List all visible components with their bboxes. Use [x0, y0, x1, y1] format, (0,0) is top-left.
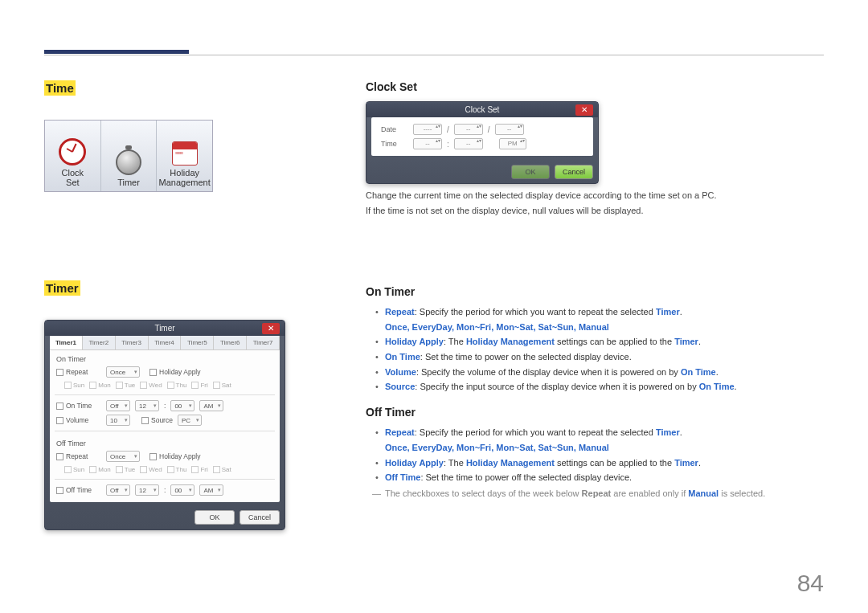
- day-tue: Tue: [125, 382, 136, 389]
- day-mon-cb[interactable]: [89, 382, 96, 389]
- on-time-enable-select[interactable]: Off: [106, 400, 130, 411]
- on-repeat-select[interactable]: Once: [106, 366, 140, 378]
- off-repeat-select[interactable]: Once: [106, 451, 140, 462]
- off-timer-holiday: Holiday Apply: The Holiday Management se…: [385, 456, 824, 471]
- on-holiday-apply: Holiday Apply: [149, 368, 201, 376]
- tile-timer-label: Timer: [117, 178, 140, 187]
- day-tue-cb[interactable]: [116, 382, 123, 389]
- off-day-fri: Fri: [200, 466, 207, 473]
- off-day-tue-cb[interactable]: [116, 466, 123, 473]
- volume-select[interactable]: 10: [106, 415, 130, 426]
- on-time-hour[interactable]: 12: [135, 400, 159, 411]
- on-timer-source: Source: Specify the input source of the …: [385, 379, 824, 394]
- clockset-ok-button[interactable]: OK: [511, 165, 550, 179]
- time-heading: Time: [44, 80, 76, 96]
- source-select[interactable]: PC: [178, 415, 202, 426]
- on-time-min[interactable]: 00: [170, 400, 194, 411]
- day-sun-cb[interactable]: [64, 382, 72, 389]
- repeat-label: Repeat: [66, 368, 101, 376]
- timer-dialog: Timer ✕ Timer1 Timer2 Timer3 Timer4 Time…: [44, 320, 285, 530]
- close-icon[interactable]: ✕: [575, 104, 593, 116]
- off-day-sat-cb[interactable]: [213, 466, 220, 473]
- off-day-thu-cb[interactable]: [167, 466, 174, 473]
- clock-set-title-text: Clock Set: [465, 105, 500, 114]
- off-time-ampm[interactable]: AM: [199, 484, 223, 496]
- tile-holiday-label: Holiday Management: [159, 168, 211, 187]
- day-fri: Fri: [200, 382, 207, 389]
- off-timer-bullets: Repeat: Specify the period for which you…: [366, 425, 824, 485]
- on-holiday-checkbox[interactable]: [149, 369, 157, 376]
- on-timer-holiday: Holiday Apply: The Holiday Management se…: [385, 334, 824, 349]
- clock-icon: [59, 138, 86, 166]
- off-holiday-checkbox[interactable]: [149, 453, 157, 460]
- tab-timer2[interactable]: Timer2: [83, 336, 116, 349]
- on-time-checkbox[interactable]: [56, 403, 63, 410]
- tile-holiday[interactable]: Holiday Management: [157, 121, 212, 191]
- off-day-wed-cb[interactable]: [140, 466, 147, 473]
- time-tiles-panel: Clock Set Timer Holiday Management: [44, 120, 213, 192]
- off-timer-repeat: Repeat: Specify the period for which you…: [385, 425, 824, 455]
- close-icon[interactable]: ✕: [262, 323, 280, 334]
- date-month[interactable]: --: [454, 124, 483, 135]
- tile-timer[interactable]: Timer: [101, 121, 158, 191]
- tab-timer7[interactable]: Timer7: [247, 336, 280, 349]
- date-year[interactable]: ----: [413, 124, 442, 135]
- tab-timer6[interactable]: Timer6: [214, 336, 247, 349]
- tab-timer1[interactable]: Timer1: [50, 336, 83, 349]
- off-day-tue: Tue: [125, 466, 136, 473]
- on-repeat-checkbox[interactable]: [56, 369, 63, 376]
- day-thu-cb[interactable]: [167, 382, 174, 389]
- timer-dialog-title: Timer ✕: [45, 321, 285, 336]
- day-sat-cb[interactable]: [213, 382, 220, 389]
- off-time-min[interactable]: 00: [170, 484, 194, 496]
- on-days-row: Sun Mon Tue Wed Thu Fri Sat: [50, 379, 280, 391]
- stopwatch-icon: [116, 149, 141, 175]
- header-accent-bar: [44, 50, 189, 54]
- off-repeat-checkbox[interactable]: [56, 453, 63, 460]
- tile-clock-set[interactable]: Clock Set: [45, 121, 101, 191]
- tab-timer4[interactable]: Timer4: [149, 336, 182, 349]
- off-time-hour[interactable]: 12: [135, 484, 159, 496]
- time-label: Time: [378, 140, 408, 148]
- time-min[interactable]: --: [454, 138, 483, 149]
- time-hour[interactable]: --: [413, 138, 442, 149]
- off-day-fri-cb[interactable]: [191, 466, 199, 473]
- timer-cancel-button[interactable]: Cancel: [240, 510, 280, 525]
- on-time-ampm[interactable]: AM: [199, 400, 223, 411]
- time-ampm[interactable]: PM: [499, 138, 526, 149]
- clockset-cancel-button[interactable]: Cancel: [555, 165, 593, 179]
- on-timer-ontime: On Time: Set the time to power on the se…: [385, 349, 824, 365]
- day-wed: Wed: [149, 382, 162, 389]
- volume-checkbox[interactable]: [56, 417, 63, 424]
- date-label: Date: [378, 125, 408, 133]
- day-wed-cb[interactable]: [140, 382, 147, 389]
- off-time-checkbox[interactable]: [56, 487, 63, 494]
- timer-ok-button[interactable]: OK: [194, 510, 235, 525]
- timer-dialog-title-text: Timer: [154, 324, 174, 333]
- day-sun: Sun: [73, 382, 84, 389]
- day-thu: Thu: [176, 382, 187, 389]
- off-day-thu: Thu: [176, 466, 187, 473]
- off-day-sun-cb[interactable]: [64, 466, 72, 473]
- timer-heading: Timer: [44, 280, 80, 296]
- tab-timer3[interactable]: Timer3: [116, 336, 149, 349]
- on-timer-repeat: Repeat: Specify the period for which you…: [385, 304, 824, 334]
- page-number: 84: [797, 570, 824, 597]
- off-timer-heading: Off Timer: [366, 406, 824, 419]
- off-holiday-label: Holiday Apply: [159, 452, 201, 460]
- off-repeat-row: Repeat: [56, 452, 101, 460]
- off-time-row: Off Time: [56, 486, 101, 494]
- off-day-mon-cb[interactable]: [89, 466, 96, 473]
- source-row: Source: [141, 416, 173, 424]
- on-timer-label: On Timer: [50, 350, 280, 365]
- off-time-label: Off Time: [66, 486, 101, 494]
- off-day-sat: Sat: [222, 466, 231, 473]
- day-fri-cb[interactable]: [191, 382, 199, 389]
- off-time-enable-select[interactable]: Off: [106, 484, 130, 496]
- date-day[interactable]: --: [495, 124, 524, 135]
- day-mon: Mon: [98, 382, 111, 389]
- timer-tabs: Timer1 Timer2 Timer3 Timer4 Timer5 Timer…: [50, 336, 280, 350]
- off-day-mon: Mon: [98, 466, 111, 473]
- tab-timer5[interactable]: Timer5: [181, 336, 214, 349]
- source-checkbox[interactable]: [141, 417, 149, 424]
